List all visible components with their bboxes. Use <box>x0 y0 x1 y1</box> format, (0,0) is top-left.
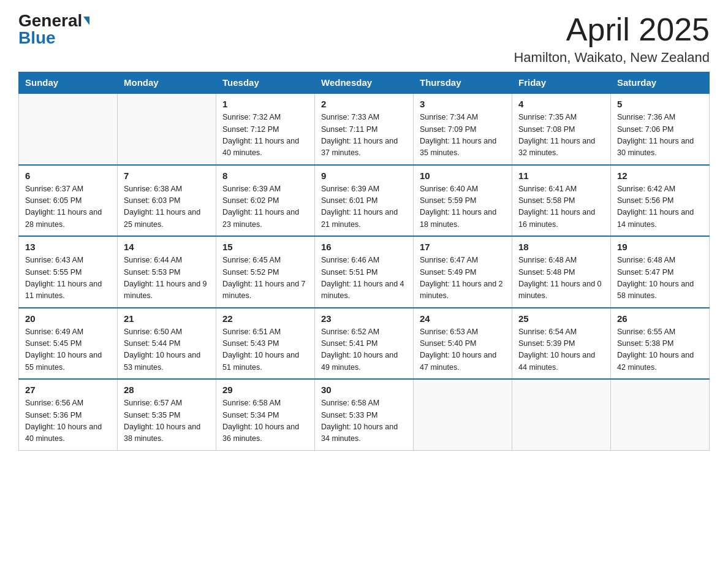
calendar-cell: 12Sunrise: 6:42 AMSunset: 5:56 PMDayligh… <box>611 165 710 237</box>
calendar-cell: 17Sunrise: 6:47 AMSunset: 5:49 PMDayligh… <box>414 236 512 308</box>
day-number: 14 <box>124 242 210 252</box>
day-info: Sunrise: 6:58 AMSunset: 5:33 PMDaylight:… <box>321 397 407 445</box>
calendar-header-row: SundayMondayTuesdayWednesdayThursdayFrid… <box>19 72 710 94</box>
calendar-cell <box>19 93 118 165</box>
calendar-cell: 3Sunrise: 7:34 AMSunset: 7:09 PMDaylight… <box>414 93 512 165</box>
column-header-wednesday: Wednesday <box>315 72 414 94</box>
day-info: Sunrise: 6:52 AMSunset: 5:41 PMDaylight:… <box>321 326 407 374</box>
day-number: 12 <box>617 170 703 181</box>
day-number: 16 <box>321 242 407 252</box>
day-info: Sunrise: 6:50 AMSunset: 5:44 PMDaylight:… <box>124 326 210 374</box>
calendar-cell: 27Sunrise: 6:56 AMSunset: 5:36 PMDayligh… <box>19 379 118 450</box>
day-number: 6 <box>25 170 111 181</box>
day-number: 15 <box>222 242 308 252</box>
page-header: General Blue April 2025 Hamilton, Waikat… <box>18 12 710 66</box>
week-row-4: 20Sunrise: 6:49 AMSunset: 5:45 PMDayligh… <box>19 308 710 380</box>
calendar-cell: 26Sunrise: 6:55 AMSunset: 5:38 PMDayligh… <box>611 308 710 380</box>
day-info: Sunrise: 7:34 AMSunset: 7:09 PMDaylight:… <box>420 112 506 159</box>
column-header-thursday: Thursday <box>414 72 512 94</box>
day-number: 8 <box>222 170 308 181</box>
column-header-tuesday: Tuesday <box>216 72 315 94</box>
day-number: 9 <box>321 170 407 181</box>
day-number: 10 <box>420 170 506 181</box>
day-number: 29 <box>222 385 308 395</box>
column-header-sunday: Sunday <box>19 72 118 94</box>
day-number: 23 <box>321 313 407 324</box>
calendar-title: April 2025 <box>514 12 710 47</box>
calendar-cell: 6Sunrise: 6:37 AMSunset: 6:05 PMDaylight… <box>19 165 118 237</box>
calendar-cell: 11Sunrise: 6:41 AMSunset: 5:58 PMDayligh… <box>512 165 611 237</box>
day-info: Sunrise: 6:49 AMSunset: 5:45 PMDaylight:… <box>25 326 111 374</box>
calendar-cell: 22Sunrise: 6:51 AMSunset: 5:43 PMDayligh… <box>216 308 315 380</box>
day-info: Sunrise: 6:48 AMSunset: 5:48 PMDaylight:… <box>518 255 604 302</box>
calendar-cell: 29Sunrise: 6:58 AMSunset: 5:34 PMDayligh… <box>216 379 315 450</box>
calendar-header: SundayMondayTuesdayWednesdayThursdayFrid… <box>19 72 710 94</box>
day-number: 28 <box>124 385 210 395</box>
day-info: Sunrise: 6:41 AMSunset: 5:58 PMDaylight:… <box>518 183 604 231</box>
column-header-saturday: Saturday <box>611 72 710 94</box>
calendar-cell: 15Sunrise: 6:45 AMSunset: 5:52 PMDayligh… <box>216 236 315 308</box>
day-number: 18 <box>518 242 604 252</box>
calendar-cell: 16Sunrise: 6:46 AMSunset: 5:51 PMDayligh… <box>315 236 414 308</box>
day-info: Sunrise: 6:54 AMSunset: 5:39 PMDaylight:… <box>518 326 604 374</box>
day-number: 26 <box>617 313 703 324</box>
day-info: Sunrise: 6:42 AMSunset: 5:56 PMDaylight:… <box>617 183 703 231</box>
day-info: Sunrise: 6:44 AMSunset: 5:53 PMDaylight:… <box>124 255 210 302</box>
day-info: Sunrise: 6:43 AMSunset: 5:55 PMDaylight:… <box>25 255 111 302</box>
day-info: Sunrise: 6:47 AMSunset: 5:49 PMDaylight:… <box>420 255 506 302</box>
logo-general-text: General <box>18 12 82 29</box>
week-row-1: 1Sunrise: 7:32 AMSunset: 7:12 PMDaylight… <box>19 93 710 165</box>
calendar-location: Hamilton, Waikato, New Zealand <box>514 50 710 66</box>
calendar-cell: 30Sunrise: 6:58 AMSunset: 5:33 PMDayligh… <box>315 379 414 450</box>
day-info: Sunrise: 6:40 AMSunset: 5:59 PMDaylight:… <box>420 183 506 231</box>
day-info: Sunrise: 6:37 AMSunset: 6:05 PMDaylight:… <box>25 183 111 231</box>
calendar-cell: 4Sunrise: 7:35 AMSunset: 7:08 PMDaylight… <box>512 93 611 165</box>
day-number: 1 <box>222 99 308 109</box>
calendar-cell: 2Sunrise: 7:33 AMSunset: 7:11 PMDaylight… <box>315 93 414 165</box>
day-number: 27 <box>25 385 111 395</box>
day-info: Sunrise: 6:55 AMSunset: 5:38 PMDaylight:… <box>617 326 703 374</box>
day-info: Sunrise: 7:32 AMSunset: 7:12 PMDaylight:… <box>222 112 308 159</box>
day-info: Sunrise: 6:45 AMSunset: 5:52 PMDaylight:… <box>222 255 308 302</box>
day-number: 11 <box>518 170 604 181</box>
day-number: 5 <box>617 99 703 109</box>
calendar-cell: 18Sunrise: 6:48 AMSunset: 5:48 PMDayligh… <box>512 236 611 308</box>
calendar-cell: 9Sunrise: 6:39 AMSunset: 6:01 PMDaylight… <box>315 165 414 237</box>
calendar-cell: 7Sunrise: 6:38 AMSunset: 6:03 PMDaylight… <box>118 165 216 237</box>
logo-triangle-icon <box>83 17 89 25</box>
calendar-cell: 21Sunrise: 6:50 AMSunset: 5:44 PMDayligh… <box>118 308 216 380</box>
calendar-cell: 10Sunrise: 6:40 AMSunset: 5:59 PMDayligh… <box>414 165 512 237</box>
calendar-cell: 28Sunrise: 6:57 AMSunset: 5:35 PMDayligh… <box>118 379 216 450</box>
calendar-table: SundayMondayTuesdayWednesdayThursdayFrid… <box>18 72 710 451</box>
day-number: 13 <box>25 242 111 252</box>
week-row-5: 27Sunrise: 6:56 AMSunset: 5:36 PMDayligh… <box>19 379 710 450</box>
day-number: 17 <box>420 242 506 252</box>
calendar-cell: 25Sunrise: 6:54 AMSunset: 5:39 PMDayligh… <box>512 308 611 380</box>
calendar-cell: 23Sunrise: 6:52 AMSunset: 5:41 PMDayligh… <box>315 308 414 380</box>
day-number: 4 <box>518 99 604 109</box>
week-row-2: 6Sunrise: 6:37 AMSunset: 6:05 PMDaylight… <box>19 165 710 237</box>
day-number: 2 <box>321 99 407 109</box>
title-block: April 2025 Hamilton, Waikato, New Zealan… <box>514 12 710 66</box>
calendar-cell: 13Sunrise: 6:43 AMSunset: 5:55 PMDayligh… <box>19 236 118 308</box>
day-number: 30 <box>321 385 407 395</box>
calendar-cell: 8Sunrise: 6:39 AMSunset: 6:02 PMDaylight… <box>216 165 315 237</box>
day-info: Sunrise: 7:35 AMSunset: 7:08 PMDaylight:… <box>518 112 604 159</box>
calendar-cell: 24Sunrise: 6:53 AMSunset: 5:40 PMDayligh… <box>414 308 512 380</box>
calendar-cell <box>414 379 512 450</box>
calendar-cell: 14Sunrise: 6:44 AMSunset: 5:53 PMDayligh… <box>118 236 216 308</box>
week-row-3: 13Sunrise: 6:43 AMSunset: 5:55 PMDayligh… <box>19 236 710 308</box>
day-number: 3 <box>420 99 506 109</box>
calendar-cell <box>611 379 710 450</box>
day-number: 7 <box>124 170 210 181</box>
day-info: Sunrise: 6:46 AMSunset: 5:51 PMDaylight:… <box>321 255 407 302</box>
day-info: Sunrise: 7:33 AMSunset: 7:11 PMDaylight:… <box>321 112 407 159</box>
day-info: Sunrise: 6:51 AMSunset: 5:43 PMDaylight:… <box>222 326 308 374</box>
calendar-cell: 1Sunrise: 7:32 AMSunset: 7:12 PMDaylight… <box>216 93 315 165</box>
column-header-friday: Friday <box>512 72 611 94</box>
column-header-monday: Monday <box>118 72 216 94</box>
day-info: Sunrise: 6:56 AMSunset: 5:36 PMDaylight:… <box>25 397 111 445</box>
calendar-cell <box>118 93 216 165</box>
day-number: 19 <box>617 242 703 252</box>
day-number: 20 <box>25 313 111 324</box>
